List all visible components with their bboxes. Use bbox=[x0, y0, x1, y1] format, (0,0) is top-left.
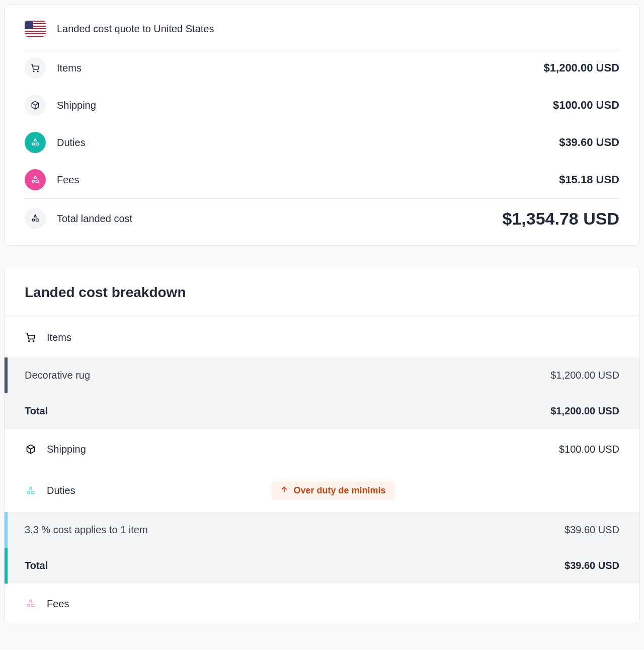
total-icon bbox=[25, 208, 46, 229]
breakdown-items-header: Items bbox=[5, 317, 639, 357]
breakdown-duty-row: 3.3 % cost applies to 1 item $39.60 USD bbox=[5, 512, 639, 548]
svg-rect-16 bbox=[32, 604, 34, 607]
breakdown-duties-header: Duties Over duty de minimis bbox=[5, 469, 639, 512]
svg-rect-6 bbox=[36, 180, 39, 183]
svg-point-1 bbox=[38, 71, 39, 72]
svg-rect-8 bbox=[36, 219, 39, 222]
breakdown-items-label: Items bbox=[47, 332, 619, 343]
total-label: Total landed cost bbox=[57, 213, 503, 225]
breakdown-duties-total-label: Total bbox=[25, 560, 48, 571]
svg-point-3 bbox=[32, 143, 35, 146]
duties-icon bbox=[25, 485, 37, 497]
summary-total-row: Total landed cost $1,354.78 USD bbox=[25, 198, 619, 245]
fees-value: $15.18 USD bbox=[559, 173, 619, 186]
shipping-value: $100.00 USD bbox=[553, 99, 619, 112]
breakdown-duties-block: 3.3 % cost applies to 1 item $39.60 USD … bbox=[5, 512, 639, 584]
summary-header: Landed cost quote to United States bbox=[5, 5, 639, 49]
summary-fees-row: Fees $15.18 USD bbox=[5, 161, 639, 198]
summary-shipping-row: Shipping $100.00 USD bbox=[5, 87, 639, 124]
fees-icon bbox=[25, 598, 37, 610]
package-icon bbox=[25, 443, 37, 455]
breakdown-duty-description: 3.3 % cost applies to 1 item bbox=[25, 524, 148, 536]
duties-badge: Over duty de minimis bbox=[271, 481, 394, 500]
duties-label: Duties bbox=[57, 137, 559, 149]
breakdown-duties-total-value: $39.60 USD bbox=[565, 560, 619, 571]
breakdown-fees-label: Fees bbox=[47, 598, 619, 610]
breakdown-items-total-row: Total $1,200.00 USD bbox=[5, 393, 639, 429]
svg-point-12 bbox=[27, 491, 30, 493]
summary-card: Landed cost quote to United States Items… bbox=[4, 4, 640, 246]
fees-icon bbox=[25, 169, 46, 190]
breakdown-duties-total-row: Total $39.60 USD bbox=[5, 548, 639, 584]
duties-value: $39.60 USD bbox=[559, 136, 619, 149]
summary-title: Landed cost quote to United States bbox=[57, 23, 214, 35]
cart-icon bbox=[25, 331, 37, 343]
breakdown-items-total-value: $1,200.00 USD bbox=[550, 405, 619, 417]
breakdown-items-block: Decorative rug $1,200.00 USD Total $1,20… bbox=[5, 357, 639, 429]
svg-point-9 bbox=[29, 341, 30, 342]
breakdown-shipping-header: Shipping $100.00 USD bbox=[5, 429, 639, 469]
arrow-up-icon bbox=[280, 485, 288, 496]
breakdown-duties-label: Duties bbox=[47, 485, 237, 496]
package-icon bbox=[25, 95, 46, 116]
shipping-label: Shipping bbox=[57, 100, 553, 111]
fees-label: Fees bbox=[57, 174, 559, 186]
svg-point-10 bbox=[33, 341, 34, 342]
breakdown-card: Landed cost breakdown Items Decorative r… bbox=[4, 266, 640, 624]
breakdown-shipping-value: $100.00 USD bbox=[559, 444, 619, 455]
duties-badge-text: Over duty de minimis bbox=[293, 485, 385, 496]
breakdown-item-name: Decorative rug bbox=[25, 370, 90, 381]
svg-rect-4 bbox=[36, 143, 39, 146]
summary-items-row: Items $1,200.00 USD bbox=[5, 49, 639, 87]
breakdown-title: Landed cost breakdown bbox=[25, 284, 619, 301]
breakdown-header: Landed cost breakdown bbox=[5, 266, 639, 317]
total-value: $1,354.78 USD bbox=[503, 209, 620, 229]
svg-point-0 bbox=[33, 71, 34, 72]
svg-point-15 bbox=[27, 604, 30, 607]
breakdown-fees-header: Fees bbox=[5, 584, 639, 624]
items-label: Items bbox=[57, 62, 544, 74]
svg-point-7 bbox=[32, 219, 35, 222]
breakdown-item-row: Decorative rug $1,200.00 USD bbox=[5, 357, 639, 393]
duties-icon bbox=[25, 132, 46, 153]
breakdown-items-total-label: Total bbox=[25, 405, 48, 417]
summary-duties-row: Duties $39.60 USD bbox=[5, 124, 639, 161]
us-flag-icon bbox=[25, 21, 46, 37]
breakdown-duty-value: $39.60 USD bbox=[565, 524, 619, 536]
svg-point-5 bbox=[32, 180, 35, 183]
breakdown-shipping-label: Shipping bbox=[47, 444, 559, 455]
cart-icon bbox=[25, 57, 46, 79]
svg-rect-13 bbox=[32, 491, 34, 493]
breakdown-item-value: $1,200.00 USD bbox=[550, 370, 619, 381]
items-value: $1,200.00 USD bbox=[544, 61, 619, 75]
